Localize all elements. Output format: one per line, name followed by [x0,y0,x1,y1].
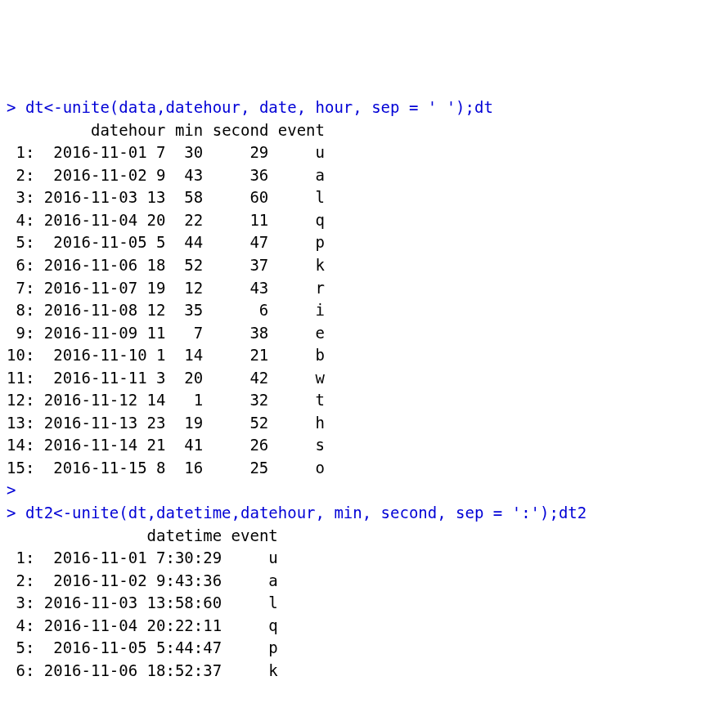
console-output[interactable]: > dt<-unite(data,datehour, date, hour, s… [7,96,721,682]
prompt-empty: > [7,481,16,499]
command-2: dt2<-unite(dt,datetime,datehour, min, se… [25,504,586,522]
table2-body: 1: 2016-11-01 7:30:29 u 2: 2016-11-02 9:… [7,547,721,682]
command-1: dt<-unite(data,datehour, date, hour, sep… [25,98,493,116]
table1-header: datehour min second event [7,119,721,142]
table2-header: datetime event [7,525,721,548]
prompt-2: > [7,504,16,522]
prompt-1: > [7,98,16,116]
table1-body: 1: 2016-11-01 7 30 29 u 2: 2016-11-02 9 … [7,141,721,479]
